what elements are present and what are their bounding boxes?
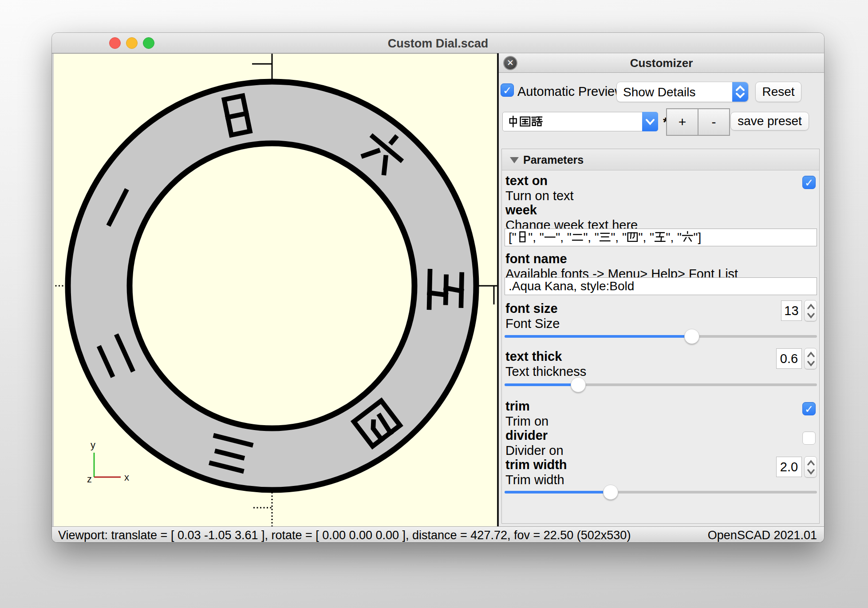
add-preset-button[interactable]: + bbox=[667, 109, 698, 135]
font-name-input[interactable]: .Aqua Kana, style:Bold bbox=[505, 277, 817, 295]
customizer-title: Customizer bbox=[499, 56, 824, 70]
customizer-header: ✕ Customizer bbox=[499, 53, 824, 73]
remove-preset-button[interactable]: - bbox=[698, 109, 729, 135]
parameters-section-title: Parameters bbox=[523, 154, 584, 166]
week-text-input[interactable]: ["", "", "", "", "", "", ""] bbox=[505, 229, 817, 246]
trim-width-stepper[interactable] bbox=[804, 456, 817, 478]
detail-level-value: Show Details bbox=[623, 85, 695, 99]
customizer-panel: ✕ Customizer Automatic Preview Show Deta… bbox=[499, 53, 824, 526]
preset-combobox[interactable] bbox=[502, 112, 658, 131]
param-trim-width-name: trim width bbox=[505, 458, 567, 472]
status-bar: Viewport: translate = [ 0.03 -1.05 3.61 … bbox=[52, 526, 824, 542]
text-thick-slider-knob[interactable] bbox=[571, 377, 586, 392]
select-spinner-icon bbox=[732, 82, 748, 102]
font-size-value-box[interactable]: 13 bbox=[781, 300, 802, 321]
trim-width-slider-knob[interactable] bbox=[603, 485, 618, 500]
text-on-checkbox[interactable] bbox=[802, 176, 816, 189]
param-text-thick-name: text thick bbox=[505, 349, 562, 364]
trim-checkbox[interactable] bbox=[802, 402, 816, 415]
text-thick-stepper[interactable] bbox=[804, 348, 817, 369]
detail-level-select[interactable]: Show Details bbox=[616, 82, 749, 102]
preset-add-remove-group: + - bbox=[666, 108, 730, 136]
font-size-slider[interactable] bbox=[505, 328, 817, 344]
combo-dropdown-icon bbox=[642, 112, 658, 131]
text-thick-slider[interactable] bbox=[505, 377, 817, 393]
openscad-window: Custom Dial.scad yxz ✕ Customizer Automa… bbox=[52, 33, 824, 542]
param-text-on-desc: Turn on text bbox=[505, 189, 574, 203]
param-divider-desc: Divider on bbox=[505, 443, 564, 458]
divider-checkbox[interactable] bbox=[802, 431, 816, 445]
param-font-name-name: font name bbox=[505, 252, 567, 266]
preset-value bbox=[507, 115, 543, 129]
automatic-preview-checkbox[interactable] bbox=[501, 83, 514, 97]
window-title: Custom Dial.scad bbox=[52, 37, 824, 51]
title-bar: Custom Dial.scad bbox=[52, 33, 824, 53]
font-size-stepper[interactable] bbox=[804, 300, 817, 321]
save-preset-button[interactable]: save preset bbox=[730, 112, 809, 130]
dial-preview-scene: yxz bbox=[52, 54, 497, 527]
3d-viewport[interactable]: yxz bbox=[52, 53, 497, 526]
text-thick-value-box[interactable]: 0.6 bbox=[776, 348, 802, 369]
font-size-slider-knob[interactable] bbox=[684, 329, 699, 344]
z-axis-label: z bbox=[87, 474, 92, 485]
x-axis-label: x bbox=[124, 472, 129, 483]
collapse-triangle-icon bbox=[510, 157, 519, 163]
trim-width-value-box[interactable]: 2.0 bbox=[776, 457, 802, 477]
param-text-on-name: text on bbox=[505, 174, 548, 188]
reset-button[interactable]: Reset bbox=[755, 82, 801, 102]
app-version-text: OpenSCAD 2021.01 bbox=[708, 529, 817, 542]
trim-width-slider[interactable] bbox=[505, 484, 817, 500]
automatic-preview-label: Automatic Preview bbox=[517, 84, 624, 99]
param-week-name: week bbox=[505, 203, 537, 217]
param-trim-desc: Trim on bbox=[505, 414, 548, 429]
param-divider-name: divider bbox=[505, 428, 548, 443]
param-font-size-name: font size bbox=[505, 301, 558, 316]
viewport-frame bbox=[52, 54, 54, 526]
parameters-section-header[interactable]: Parameters bbox=[502, 149, 819, 170]
param-trim-name: trim bbox=[505, 399, 530, 414]
viewport-status-text: Viewport: translate = [ 0.03 -1.05 3.61 … bbox=[58, 529, 631, 542]
y-axis-label: y bbox=[91, 439, 95, 450]
parameters-group: Parameters text on Turn on text week Cha… bbox=[501, 149, 820, 524]
